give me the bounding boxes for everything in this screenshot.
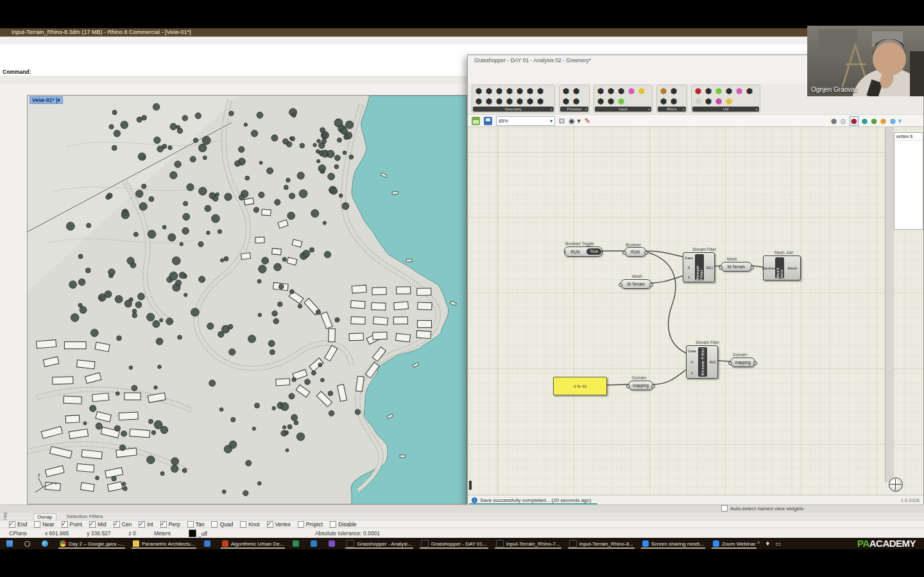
gem-wire-icon[interactable]: ◍ — [840, 117, 846, 125]
palette-component-icon[interactable]: ⬢ — [734, 86, 744, 96]
side-list-row[interactable] — [894, 148, 923, 156]
side-list-row[interactable] — [894, 185, 923, 193]
open-file-icon[interactable] — [472, 117, 480, 125]
side-list-row[interactable] — [894, 193, 923, 201]
rhino-tool-icon[interactable] — [1, 208, 13, 221]
domain-param-in[interactable]: mapping — [628, 381, 653, 390]
palette-component-icon[interactable]: ⬢ — [494, 96, 504, 107]
palette-component-icon[interactable]: ⬢ — [616, 96, 626, 107]
side-list-row[interactable] — [894, 201, 923, 209]
palette-component-icon[interactable]: ⬢ — [606, 86, 616, 96]
osnap-option[interactable]: Point — [62, 521, 82, 528]
osnap-option[interactable]: Mid — [89, 521, 107, 528]
rhino-tool-icon[interactable] — [13, 195, 26, 208]
palette-component-icon[interactable]: ⬢ — [535, 96, 545, 107]
side-list-row[interactable] — [894, 216, 923, 223]
rhino-tool-icon[interactable] — [1, 233, 13, 246]
rhino-tool-icon[interactable] — [1, 158, 13, 171]
osnap-option[interactable]: Perp — [160, 521, 180, 528]
viewport-label[interactable]: Veiw-01* |▾ — [30, 96, 63, 104]
taskbar-button[interactable]: Algorithmic Urban De... — [218, 538, 288, 549]
canvas-scroll-nub[interactable] — [469, 481, 472, 490]
stream-filter-2[interactable]: Gate 0 1 Stream Filter S[1] — [686, 345, 718, 379]
osnap-option[interactable]: Cen — [114, 521, 132, 528]
sketch-pen-icon[interactable]: ✎ — [585, 117, 590, 125]
checkbox[interactable] — [187, 521, 194, 528]
rhino-tool-icon[interactable] — [13, 108, 26, 121]
checkbox[interactable] — [211, 521, 218, 528]
rhino-tool-icon[interactable] — [1, 258, 13, 271]
palette-component-icon[interactable]: ⬢ — [724, 96, 734, 107]
gem-red-icon[interactable]: ● — [850, 116, 859, 126]
rhino-tool-icon[interactable] — [13, 258, 26, 271]
boolean-param[interactable]: RUN — [624, 247, 646, 257]
rhino-tool-icon[interactable] — [13, 158, 26, 171]
gem-teal-icon[interactable]: ● — [862, 117, 868, 125]
side-list-row[interactable] — [894, 178, 923, 185]
rhino-tool-icon[interactable] — [13, 183, 26, 196]
rhino-tool-icon[interactable] — [1, 308, 13, 321]
taskbar-button[interactable]: Parametric Architectu... — [129, 538, 199, 549]
units-cell[interactable]: Meters — [145, 530, 180, 537]
rhino-tool-icon[interactable] — [1, 133, 13, 146]
palette-component-icon[interactable]: ⬢ — [504, 86, 515, 96]
rhino-tool-icon[interactable] — [1, 120, 13, 133]
osnap-option[interactable]: Near — [34, 521, 54, 528]
palette-component-icon[interactable]: ⬢ — [693, 86, 703, 96]
palette-component-icon[interactable]: ⬢ — [515, 96, 525, 107]
palette-group-icons[interactable]: ⬢⬢⬢⬢⬢⬢⬢⬢⬢⬢⬢⬢⬢⬢ — [472, 85, 554, 107]
palette-component-icon[interactable]: ⬢ — [484, 86, 494, 96]
auto-select-option[interactable]: Auto-select named view widgets — [721, 505, 803, 512]
rhino-tool-icon[interactable] — [1, 283, 13, 296]
grasshopper-canvas[interactable]: Boolean Toggle RUN True Boolean RUN Mesh… — [468, 127, 923, 495]
status-toggle[interactable] — [247, 533, 255, 534]
rhino-tool-icon[interactable] — [1, 195, 13, 208]
mesh-param-in[interactable]: M-Terrain — [620, 279, 651, 289]
rhino-tool-icon[interactable] — [13, 220, 26, 233]
taskbar-button[interactable]: Screen sharing meeti... — [638, 538, 708, 549]
checkbox[interactable] — [240, 521, 246, 528]
palette-component-icon[interactable]: ⬢ — [571, 96, 581, 107]
checkbox[interactable] — [160, 521, 167, 528]
gem-blue-icon[interactable]: ● ▾ — [889, 117, 902, 125]
boolean-toggle-component[interactable]: RUN True — [564, 246, 603, 257]
stream-filter-1[interactable]: Gate 0 1 Stream Filter S[1] — [683, 252, 715, 282]
mesh-param-out[interactable]: M-Terrain — [721, 262, 752, 271]
checkbox[interactable] — [9, 521, 15, 528]
rhino-tool-icon[interactable] — [13, 170, 26, 183]
osnap-option[interactable]: Disable — [330, 521, 356, 528]
rhino-tool-icon[interactable] — [13, 283, 26, 296]
rhino-tool-icon[interactable] — [1, 220, 13, 233]
taskbar-button[interactable] — [307, 538, 323, 549]
status-toggle[interactable] — [298, 533, 306, 534]
palette-component-icon[interactable]: ⬢ — [744, 86, 755, 96]
tray-chevron-icon[interactable]: ^ — [757, 540, 760, 547]
zoom-level-select[interactable]: 85%▾ — [496, 116, 555, 126]
palette-component-icon[interactable]: ⬢ — [606, 96, 616, 107]
osnap-option[interactable]: Knot — [240, 521, 260, 528]
palette-component-icon[interactable]: ⬢ — [595, 86, 606, 96]
viewport-dropdown-icon[interactable]: |▾ — [56, 97, 60, 103]
taskbar-button[interactable]: Input-Terrain_Rhino-8... — [565, 538, 637, 549]
side-list-row[interactable] — [894, 141, 923, 148]
palette-component-icon[interactable]: ⬢ — [484, 96, 494, 107]
rhino-tool-icon[interactable] — [13, 233, 26, 246]
side-list-row[interactable] — [894, 163, 923, 171]
rhino-tool-icon[interactable] — [1, 145, 13, 158]
palette-component-icon[interactable]: ⬢ — [595, 96, 606, 107]
osnap-option[interactable]: Tan — [187, 521, 205, 528]
palette-component-icon[interactable]: ⬢ — [525, 86, 535, 96]
osnap-option[interactable]: End — [9, 521, 27, 528]
taskbar-button[interactable] — [200, 538, 217, 549]
checkbox[interactable] — [89, 521, 96, 528]
status-toggle[interactable] — [268, 533, 275, 534]
rhino-tool-icon[interactable] — [13, 245, 26, 258]
palette-component-icon[interactable]: ⬢ — [714, 86, 724, 96]
save-file-icon[interactable] — [484, 117, 492, 125]
palette-component-icon[interactable]: ⬢ — [626, 86, 637, 96]
palette-component-icon[interactable]: ⬢ — [561, 86, 571, 96]
taskbar-button[interactable]: Grasshopper - Analysi... — [343, 538, 415, 549]
rhino-tool-icon[interactable] — [1, 183, 13, 196]
palette-group-icons[interactable]: ⬢⬢⬢⬢ — [657, 85, 687, 107]
rhino-tool-icon[interactable] — [13, 95, 26, 108]
